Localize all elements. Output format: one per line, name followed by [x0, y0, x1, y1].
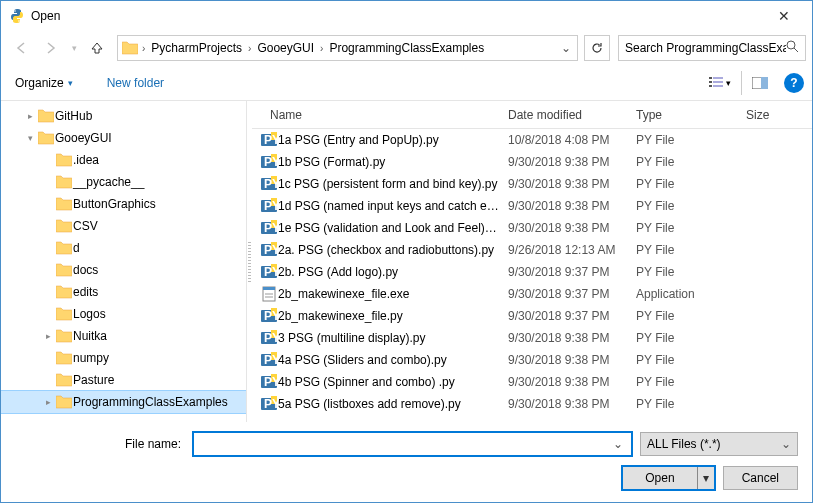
file-name: 1a PSG (Entry and PopUp).py: [278, 133, 500, 147]
back-button[interactable]: [7, 35, 35, 61]
file-type: PY File: [628, 177, 738, 191]
filename-input[interactable]: ⌄: [193, 432, 632, 456]
preview-pane-button[interactable]: [746, 71, 774, 95]
file-type: PY File: [628, 133, 738, 147]
column-headers: Name Date modified Type Size: [252, 101, 812, 129]
file-date: 10/8/2018 4:08 PM: [500, 133, 628, 147]
svg-text:PY: PY: [264, 397, 277, 411]
file-name: 4b PSG (Spinner and combo) .py: [278, 375, 500, 389]
svg-text:PY: PY: [264, 353, 277, 367]
svg-text:PY: PY: [264, 221, 277, 235]
file-row[interactable]: PY2a. PSG (checkbox and radiobuttons).py…: [252, 239, 812, 261]
tree-item[interactable]: Pasture: [1, 369, 246, 391]
file-row[interactable]: PY1e PSG (validation and Look and Feel).…: [252, 217, 812, 239]
file-date: 9/30/2018 9:37 PM: [500, 309, 628, 323]
filename-field[interactable]: [198, 433, 609, 455]
help-button[interactable]: ?: [784, 73, 804, 93]
refresh-button[interactable]: [584, 35, 610, 61]
file-icon: PY: [252, 242, 278, 258]
file-icon: PY: [252, 220, 278, 236]
tree-item[interactable]: CSV: [1, 215, 246, 237]
file-row[interactable]: PY1a PSG (Entry and PopUp).py10/8/2018 4…: [252, 129, 812, 151]
breadcrumb-seg-1[interactable]: GooeyGUI: [253, 36, 318, 60]
file-row[interactable]: PY2b. PSG (Add logo).py9/30/2018 9:37 PM…: [252, 261, 812, 283]
tree-item[interactable]: __pycache__: [1, 171, 246, 193]
column-name[interactable]: Name: [252, 101, 500, 128]
svg-point-2: [787, 41, 795, 49]
file-icon: PY: [252, 352, 278, 368]
tree-item[interactable]: ▸Nuitka: [1, 325, 246, 347]
file-row[interactable]: PY1c PSG (persistent form and bind key).…: [252, 173, 812, 195]
column-date[interactable]: Date modified: [500, 101, 628, 128]
tree-item[interactable]: .idea: [1, 149, 246, 171]
file-row[interactable]: PY4a PSG (Sliders and combo).py9/30/2018…: [252, 349, 812, 371]
tree-item[interactable]: docs: [1, 259, 246, 281]
svg-rect-7: [709, 85, 712, 87]
file-date: 9/26/2018 12:13 AM: [500, 243, 628, 257]
tree-item-label: CSV: [73, 219, 98, 233]
search-input[interactable]: Search ProgrammingClassExa...: [618, 35, 806, 61]
file-row[interactable]: PY5a PSG (listboxes add remove).py9/30/2…: [252, 393, 812, 415]
chevron-down-icon: ▾: [68, 78, 73, 88]
expand-icon[interactable]: ▸: [41, 331, 55, 341]
organize-menu[interactable]: Organize ▾: [9, 72, 79, 94]
breadcrumb-seg-2[interactable]: ProgrammingClassExamples: [325, 36, 488, 60]
filename-dropdown[interactable]: ⌄: [609, 437, 627, 451]
folder-icon: [55, 263, 73, 277]
breadcrumb-seg-0[interactable]: PycharmProjects: [147, 36, 246, 60]
chevron-right-icon[interactable]: ›: [318, 43, 325, 54]
file-row[interactable]: PY4b PSG (Spinner and combo) .py9/30/201…: [252, 371, 812, 393]
folder-icon: [55, 307, 73, 321]
file-type: PY File: [628, 353, 738, 367]
tree-item[interactable]: ▸GitHub: [1, 105, 246, 127]
tree-item[interactable]: numpy: [1, 347, 246, 369]
file-icon: PY: [252, 374, 278, 390]
tree-item[interactable]: Logos: [1, 303, 246, 325]
file-row[interactable]: PY1d PSG (named input keys and catch err…: [252, 195, 812, 217]
folder-icon: [55, 197, 73, 211]
folder-icon: [55, 219, 73, 233]
tree-item-label: edits: [73, 285, 98, 299]
file-row[interactable]: PY2b_makewinexe_file.py9/30/2018 9:37 PM…: [252, 305, 812, 327]
file-list: Name Date modified Type Size PY1a PSG (E…: [252, 101, 812, 422]
expand-icon[interactable]: ▸: [41, 397, 55, 407]
folder-tree[interactable]: ▸GitHub▾GooeyGUI.idea__pycache__ButtonGr…: [1, 101, 247, 422]
view-mode-button[interactable]: ▾: [702, 71, 742, 95]
open-dropdown[interactable]: ▾: [698, 471, 714, 485]
file-filter-dropdown[interactable]: ALL Files (*.*) ⌄: [640, 432, 798, 456]
open-button[interactable]: Open ▾: [622, 466, 714, 490]
column-type[interactable]: Type: [628, 101, 738, 128]
forward-button[interactable]: [37, 35, 65, 61]
chevron-right-icon[interactable]: ›: [140, 43, 147, 54]
new-folder-button[interactable]: New folder: [101, 72, 170, 94]
recent-dropdown[interactable]: ▾: [67, 35, 81, 61]
tree-item[interactable]: ▾GooeyGUI: [1, 127, 246, 149]
file-type: PY File: [628, 375, 738, 389]
tree-item-label: Pasture: [73, 373, 114, 387]
expand-icon[interactable]: ▾: [23, 133, 37, 143]
file-name: 1d PSG (named input keys and catch erro.…: [278, 199, 500, 213]
file-type: PY File: [628, 331, 738, 345]
expand-icon[interactable]: ▸: [23, 111, 37, 121]
file-row[interactable]: 2b_makewinexe_file.exe9/30/2018 9:37 PMA…: [252, 283, 812, 305]
tree-item[interactable]: ButtonGraphics: [1, 193, 246, 215]
chevron-right-icon[interactable]: ›: [246, 43, 253, 54]
file-name: 2b_makewinexe_file.py: [278, 309, 500, 323]
file-icon: PY: [252, 396, 278, 412]
folder-icon: [55, 285, 73, 299]
close-button[interactable]: ✕: [764, 1, 804, 31]
file-row[interactable]: PY3 PSG (multiline display).py9/30/2018 …: [252, 327, 812, 349]
column-size[interactable]: Size: [738, 101, 786, 128]
tree-item[interactable]: d: [1, 237, 246, 259]
up-button[interactable]: [83, 35, 111, 61]
file-date: 9/30/2018 9:38 PM: [500, 221, 628, 235]
cancel-button[interactable]: Cancel: [723, 466, 798, 490]
file-name: 2a. PSG (checkbox and radiobuttons).py: [278, 243, 500, 257]
breadcrumb[interactable]: › PycharmProjects › GooeyGUI › Programmi…: [117, 35, 578, 61]
file-icon: PY: [252, 132, 278, 148]
file-row[interactable]: PY1b PSG (Format).py9/30/2018 9:38 PMPY …: [252, 151, 812, 173]
tree-item[interactable]: ▸ProgrammingClassExamples: [1, 391, 246, 413]
file-list-body[interactable]: PY1a PSG (Entry and PopUp).py10/8/2018 4…: [252, 129, 812, 422]
tree-item[interactable]: edits: [1, 281, 246, 303]
breadcrumb-dropdown[interactable]: ⌄: [557, 41, 575, 55]
